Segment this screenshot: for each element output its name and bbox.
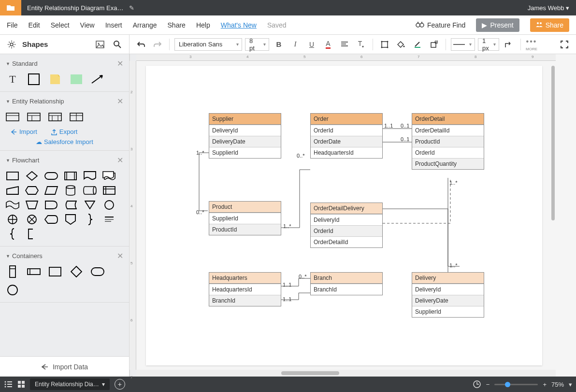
fc-noteleft[interactable]	[25, 229, 39, 239]
entity-field[interactable]: ProductId	[209, 224, 281, 235]
ct-rect[interactable]	[48, 266, 62, 277]
entity-field[interactable]: HeadquartersId	[209, 284, 281, 295]
fc-manualinput[interactable]	[6, 185, 19, 196]
entity-header[interactable]: Headquarters	[209, 273, 281, 284]
caret-icon[interactable]: ▼	[6, 61, 10, 66]
entity-header[interactable]: OrderDetailDelivery	[311, 203, 382, 214]
feature-find[interactable]: Feature Find	[416, 21, 465, 29]
fontsize-select[interactable]: 8 pt	[245, 38, 269, 51]
zoom-in-icon[interactable]: +	[543, 381, 547, 388]
shape-block[interactable]	[27, 74, 41, 85]
menu-help[interactable]: Help	[196, 21, 210, 29]
shape-text[interactable]: T	[6, 74, 19, 85]
entity-field[interactable]: OrderId	[311, 125, 382, 136]
more-button[interactable]: •••MORE	[526, 37, 537, 51]
autosync-icon[interactable]	[473, 380, 481, 389]
redo-icon[interactable]	[151, 38, 164, 51]
scrollbar-vertical[interactable]	[550, 61, 556, 370]
ct-swimlane-h[interactable]	[27, 266, 41, 277]
close-icon[interactable]: ✕	[117, 251, 123, 261]
fc-multidoc[interactable]	[102, 171, 116, 181]
entity-field[interactable]: BranchId	[209, 295, 281, 306]
entity-header[interactable]: Supplier	[209, 114, 281, 125]
fc-preparation[interactable]	[25, 185, 39, 196]
present-button[interactable]: ▶Present	[476, 18, 519, 32]
shape-er3[interactable]	[48, 112, 62, 122]
shape-er1[interactable]	[6, 112, 19, 122]
text-color-icon[interactable]: A	[321, 38, 335, 51]
fc-predef[interactable]	[64, 171, 77, 181]
entity-field[interactable]: BranchId	[311, 284, 382, 295]
entity-field[interactable]: DeliveryId	[412, 284, 484, 295]
ct-swimlane-v[interactable]	[6, 266, 19, 277]
canvas[interactable]: Supplier DeliveryId DeliveryDate Supplie…	[136, 61, 556, 370]
fc-connector[interactable]	[102, 200, 116, 210]
fc-notelines[interactable]	[102, 214, 116, 225]
entity-field[interactable]: HeadquartersId	[311, 147, 382, 158]
fc-braceR[interactable]	[83, 214, 97, 225]
ct-circle[interactable]	[6, 285, 19, 295]
fc-merge[interactable]	[83, 200, 97, 210]
entity-header[interactable]: Order	[311, 114, 382, 125]
entity-field[interactable]: SupplierId	[209, 147, 281, 158]
entity-field[interactable]: OrderDetailId	[311, 236, 382, 247]
text-options-icon[interactable]: T▾	[354, 38, 368, 51]
caret-icon[interactable]: ▼	[6, 99, 10, 104]
entity-field[interactable]: ProductQuantity	[412, 158, 484, 169]
menu-view[interactable]: View	[80, 21, 95, 29]
entity-field[interactable]: DeliveryId	[311, 214, 382, 225]
page-tab[interactable]: Entity Relationship Dia… ▾	[30, 378, 110, 390]
gear-icon[interactable]	[5, 38, 18, 51]
fc-manualop[interactable]	[25, 200, 39, 210]
doc-title[interactable]: Entity Relationship Diagram Exa…	[21, 4, 129, 12]
page[interactable]: Supplier DeliveryId DeliveryDate Supplie…	[146, 66, 542, 365]
search-icon[interactable]	[111, 38, 124, 51]
menu-insert[interactable]: Insert	[105, 21, 122, 29]
caret-icon[interactable]: ▼	[6, 254, 10, 259]
font-select[interactable]: Liberation Sans	[174, 38, 242, 51]
entity-branch[interactable]: Branch BranchId	[310, 272, 383, 295]
entity-hq[interactable]: Headquarters HeadquartersId BranchId	[209, 272, 281, 306]
fc-internal[interactable]	[102, 185, 116, 196]
entity-field[interactable]: OrderDetailId	[412, 125, 484, 136]
entity-order[interactable]: Order OrderId OrderDate HeadquartersId	[310, 113, 383, 159]
salesforce-import[interactable]: ☁ Salesforce Import	[6, 138, 123, 145]
er-import[interactable]: Import	[11, 128, 37, 135]
grid-icon[interactable]	[17, 380, 25, 388]
entity-header[interactable]: OrderDetail	[412, 114, 484, 125]
fc-rect[interactable]	[6, 171, 19, 181]
shape-arrow[interactable]	[91, 74, 104, 85]
shape-hotspot[interactable]	[70, 74, 83, 85]
fc-delay[interactable]	[44, 200, 58, 210]
add-page-button[interactable]: +	[115, 379, 125, 390]
entity-field[interactable]: DeliveryId	[209, 125, 281, 136]
menu-arrange[interactable]: Arrange	[133, 21, 157, 29]
fc-directdata[interactable]	[83, 185, 97, 196]
fc-document[interactable]	[83, 171, 97, 181]
bold-icon[interactable]: B	[272, 38, 286, 51]
user-menu[interactable]: James Webb ▾	[521, 4, 576, 12]
shape-options-icon[interactable]	[427, 38, 441, 51]
entity-field[interactable]: DeliveryDate	[412, 295, 484, 306]
fc-data[interactable]	[44, 185, 58, 196]
fc-display[interactable]	[44, 214, 58, 225]
underline-icon[interactable]: U	[305, 38, 318, 51]
line-color-icon[interactable]	[411, 38, 424, 51]
fc-or[interactable]	[6, 214, 19, 225]
shape-er4[interactable]	[70, 112, 83, 122]
entity-supplier[interactable]: Supplier DeliveryId DeliveryDate Supplie…	[209, 113, 281, 159]
menu-file[interactable]: File	[7, 21, 18, 29]
fc-diamond[interactable]	[25, 171, 39, 181]
chevron-down-icon[interactable]: ▾	[569, 381, 572, 388]
entity-field[interactable]: OrderId	[311, 225, 382, 236]
entity-field[interactable]: OrderId	[412, 147, 484, 158]
entity-field[interactable]: ProductId	[412, 136, 484, 147]
menu-share[interactable]: Share	[168, 21, 186, 29]
image-icon[interactable]	[93, 38, 107, 51]
entity-field[interactable]: DeliveryDate	[209, 136, 281, 147]
entity-product[interactable]: Product SupplierId ProductId	[209, 201, 281, 235]
fc-terminator[interactable]	[44, 171, 58, 181]
line-width-select[interactable]: 1 px	[478, 38, 499, 51]
fc-braceL[interactable]	[6, 229, 19, 239]
fc-summing[interactable]	[25, 214, 39, 225]
